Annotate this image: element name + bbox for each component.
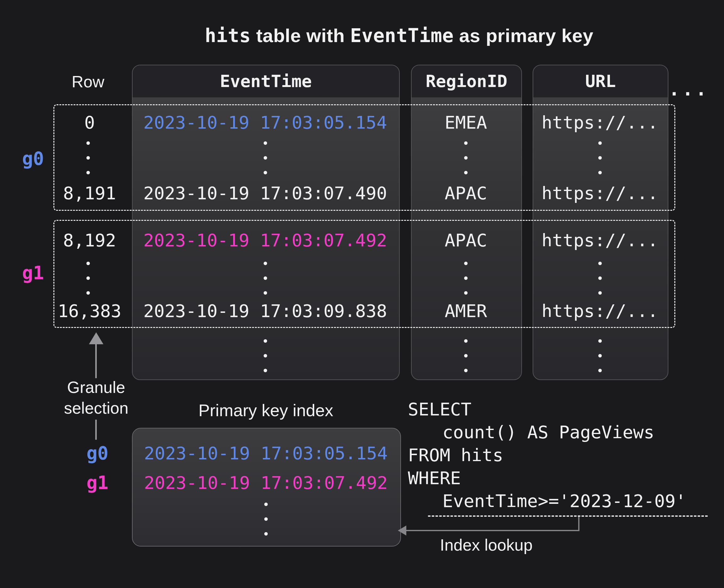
row-number: 0 [52,112,127,132]
title-text-2: as primary key [454,25,593,46]
url-ellipsis-dots [598,261,602,295]
regionid-value: EMEA [411,112,521,132]
granule-g1-label: g1 [6,261,44,284]
pk-entry-g1-label: g1 [54,471,108,494]
diagram-title: hits table with EventTime as primary key [116,24,682,46]
sql-line-predicate: EventTime>='2023-12-09' [408,489,724,512]
sql-query: SELECT count() AS PageViews FROM hits WH… [408,398,724,512]
regionid-value: APAC [411,183,521,203]
index-lookup-arrow-head [398,525,406,536]
row-number: 8,192 [52,230,127,250]
column-header-regionid: RegionID [412,65,521,97]
url-ellipsis-dots [598,141,602,174]
sql-line-count: count() AS PageViews [408,421,724,443]
granule-selection-arrow-head [89,332,103,344]
regionid-value: AMER [411,301,521,321]
clickhouse-primary-index-diagram: hits table with EventTime as primary key… [0,0,724,588]
row-number: 8,191 [52,183,127,203]
title-text-1: table with [251,25,350,46]
granule-selection-arrow-shaft [95,344,97,378]
url-value: https://... [533,230,667,250]
url-value: https://... [533,301,667,321]
eventtime-value: 2023-10-19 17:03:05.154 [132,112,398,132]
eventtime-value: 2023-10-19 17:03:09.838 [132,301,398,321]
eventtime-ellipsis-dots [264,339,267,372]
primary-key-index-heading: Primary key index [132,400,400,420]
title-code-eventtime: EventTime [350,24,454,46]
granule-selection-arrow-shaft-lower [95,420,97,440]
index-lookup-label: Index lookup [440,536,533,554]
regionid-ellipsis-dots [464,261,468,295]
eventtime-ellipsis-dots [264,141,267,174]
row-column-header: Row [57,72,119,91]
url-value: https://... [533,112,667,132]
url-ellipsis-dots [598,339,602,372]
index-lookup-connector-horizontal [406,530,579,531]
column-header-url: URL [533,65,668,97]
pk-entry-g0-value: 2023-10-19 17:03:05.154 [132,443,400,463]
pk-entry-g1-value: 2023-10-19 17:03:07.492 [132,473,400,493]
regionid-ellipsis-dots [464,141,468,174]
column-header-eventtime: EventTime [132,65,399,97]
title-code-hits: hits [205,24,251,46]
eventtime-ellipsis-dots [264,261,267,295]
eventtime-value: 2023-10-19 17:03:07.492 [132,230,398,250]
regionid-ellipsis-dots [464,339,468,372]
eventtime-value: 2023-10-19 17:03:07.490 [132,183,398,203]
predicate-dashed-underline [428,516,708,517]
row-ellipsis-dots [86,261,90,295]
granule-g0-label: g0 [6,147,44,170]
row-number: 16,383 [52,301,127,321]
regionid-value: APAC [411,230,521,250]
row-ellipsis-dots [86,141,90,174]
more-columns-ellipsis: ... [669,79,719,100]
sql-line-where: WHERE [408,466,724,489]
url-value: https://... [533,183,667,203]
pk-ellipsis-dots [264,503,268,536]
index-lookup-connector-vertical [578,517,579,530]
pk-entry-g0-label: g0 [54,442,108,465]
sql-line-from: FROM hits [408,443,724,466]
sql-line-select: SELECT [408,398,724,421]
